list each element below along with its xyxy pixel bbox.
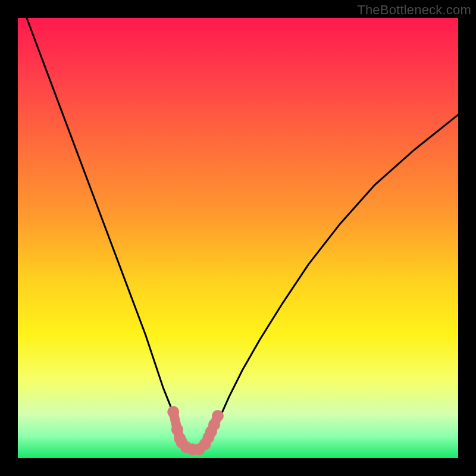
- gradient-background: [18, 18, 458, 458]
- bottleneck-chart: [18, 18, 458, 458]
- chart-frame: TheBottleneck.com: [0, 0, 476, 476]
- bad-zone-point: [167, 406, 179, 418]
- watermark-text: TheBottleneck.com: [357, 2, 471, 18]
- bad-zone-point: [212, 410, 224, 422]
- plot-area: [18, 18, 458, 458]
